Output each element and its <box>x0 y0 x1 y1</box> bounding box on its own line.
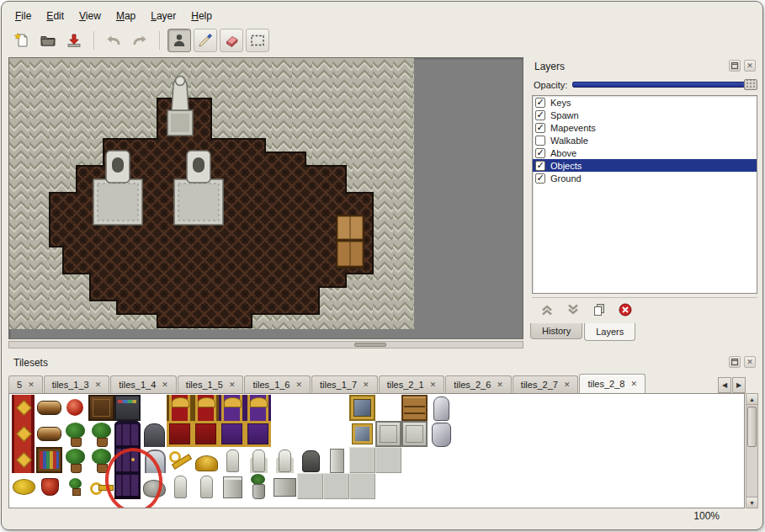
tile-blank[interactable] <box>271 421 297 447</box>
tileset-tab-tiles_2_6[interactable]: tiles_2_6✕ <box>445 375 512 393</box>
tile-statue-white[interactable] <box>193 473 219 499</box>
tab-close-icon[interactable]: ✕ <box>229 380 236 389</box>
menu-item-map[interactable]: Map <box>109 8 142 24</box>
tile-vase-plant[interactable] <box>245 473 271 499</box>
tileset-tab-tiles_1_3[interactable]: tiles_1_3✕ <box>44 375 110 393</box>
layer-visibility-checkbox[interactable]: ✓ <box>535 110 545 120</box>
tileset-tab-tiles_2_1[interactable]: tiles_2_1✕ <box>379 375 445 393</box>
tile-throne-purple-seat[interactable] <box>219 421 245 447</box>
tileset-content[interactable] <box>8 393 745 508</box>
tileset-tab-tiles_1_4[interactable]: tiles_1_4✕ <box>110 375 177 393</box>
tile-banner-red[interactable] <box>10 421 36 447</box>
layer-visibility-checkbox[interactable]: ✓ <box>535 148 545 158</box>
tile-tile-gray[interactable] <box>349 447 375 473</box>
tile-painting[interactable] <box>349 395 375 421</box>
tile-plant[interactable] <box>62 447 88 473</box>
tile-loom[interactable] <box>36 395 62 421</box>
layer-visibility-checkbox[interactable]: ✓ <box>535 173 545 184</box>
tile-cushion[interactable] <box>62 395 88 421</box>
layer-visibility-checkbox[interactable]: ✓ <box>535 123 545 133</box>
tile-blank[interactable] <box>375 473 401 499</box>
close-panel-icon[interactable]: ✕ <box>744 60 756 72</box>
layer-row-above[interactable]: ✓Above <box>533 146 757 159</box>
tile-bananas[interactable] <box>10 473 36 499</box>
tile-arch-dark[interactable] <box>141 421 167 447</box>
layer-row-ground[interactable]: ✓Ground <box>533 172 757 184</box>
tile-plant[interactable] <box>62 421 88 447</box>
tile-tile-gray[interactable] <box>297 473 323 499</box>
tab-close-icon[interactable]: ✕ <box>363 380 369 389</box>
tile-tomb-base[interactable] <box>271 473 297 499</box>
tab-scroll-right-icon[interactable]: ▶ <box>732 377 746 393</box>
tile-throne-purple-seat[interactable] <box>245 421 271 447</box>
tab-close-icon[interactable]: ✕ <box>28 380 35 389</box>
map-horizontal-scrollbar-thumb[interactable] <box>354 343 386 347</box>
delete-layer-button[interactable] <box>616 301 635 319</box>
tile-tile-gray[interactable] <box>323 473 349 499</box>
tile-blank[interactable] <box>401 473 428 499</box>
tile-blank[interactable] <box>141 395 167 421</box>
lower-layer-button[interactable] <box>564 301 582 319</box>
tab-close-icon[interactable]: ✕ <box>95 380 102 389</box>
map-canvas[interactable] <box>9 58 414 329</box>
tile-blank[interactable] <box>323 421 349 447</box>
dock-tab-layers[interactable]: Layers <box>584 323 635 341</box>
open-button[interactable] <box>36 29 60 52</box>
tile-throne-purple[interactable] <box>219 395 245 421</box>
tile-cabinet-dark[interactable] <box>88 395 114 421</box>
layer-row-keys[interactable]: ✓Keys <box>533 96 757 109</box>
tile-angel[interactable] <box>245 447 271 473</box>
save-button[interactable] <box>62 29 86 52</box>
tile-loom[interactable] <box>36 421 62 447</box>
select-tool-button[interactable] <box>246 29 269 52</box>
stamp-tool-button[interactable] <box>167 29 191 52</box>
tile-throne-purple[interactable] <box>245 395 271 421</box>
brush-tool-button[interactable] <box>194 29 217 52</box>
tile-throne-red[interactable] <box>193 395 219 421</box>
layer-visibility-checkbox[interactable]: ✓ <box>535 98 545 108</box>
tile-plant[interactable] <box>88 421 114 447</box>
tileset-vertical-scrollbar[interactable]: ▲ ▼ <box>746 393 758 508</box>
tile-throne-red-seat[interactable] <box>193 421 219 447</box>
tileset-tab-5[interactable]: 5✕ <box>8 375 43 393</box>
tile-armor2[interactable] <box>428 421 454 447</box>
tileset-scrollbar-thumb[interactable] <box>747 407 757 447</box>
tile-blank[interactable] <box>297 395 323 421</box>
tile-plant-small[interactable] <box>62 473 88 499</box>
menu-item-help[interactable]: Help <box>184 8 219 24</box>
layer-visibility-checkbox[interactable]: ✓ <box>535 161 545 171</box>
layer-row-objects[interactable]: ✓Objects <box>533 159 757 172</box>
tile-gold-pile[interactable] <box>193 447 219 473</box>
eraser-tool-button[interactable] <box>220 29 243 52</box>
tile-pot-red[interactable] <box>36 473 62 499</box>
layer-row-spawn[interactable]: ✓Spawn <box>533 109 757 121</box>
map-viewport[interactable] <box>8 57 523 339</box>
tile-throne-red-seat[interactable] <box>167 421 193 447</box>
map-horizontal-scrollbar[interactable] <box>8 341 523 348</box>
tab-close-icon[interactable]: ✕ <box>162 380 168 389</box>
tile-dresser[interactable] <box>401 395 428 421</box>
tab-scroll-left-icon[interactable]: ◀ <box>718 377 731 393</box>
tileset-tab-tiles_2_8[interactable]: tiles_2_8✕ <box>579 374 645 393</box>
tile-gargoyle[interactable] <box>297 447 323 473</box>
duplicate-layer-button[interactable] <box>590 301 608 319</box>
tile-painting2[interactable] <box>349 421 375 447</box>
tile-door-purple-top[interactable] <box>114 421 141 447</box>
tile-statue-white[interactable] <box>219 447 245 473</box>
tile-banner-red[interactable] <box>10 447 36 473</box>
tile-banner-red[interactable] <box>10 395 36 421</box>
tile-blank[interactable] <box>271 395 297 421</box>
tileset-tab-tiles_1_6[interactable]: tiles_1_6✕ <box>244 375 311 393</box>
layer-row-mapevents[interactable]: ✓Mapevents <box>533 121 757 134</box>
tile-pedestal[interactable] <box>219 473 245 499</box>
tab-close-icon[interactable]: ✕ <box>430 380 437 389</box>
tile-armor[interactable] <box>428 395 454 421</box>
redo-button[interactable] <box>128 29 151 52</box>
opacity-slider[interactable] <box>572 79 757 90</box>
tileset-tab-tiles_1_7[interactable]: tiles_1_7✕ <box>311 375 378 393</box>
raise-layer-button[interactable] <box>538 301 556 319</box>
tileset-tab-tiles_1_5[interactable]: tiles_1_5✕ <box>178 375 244 393</box>
tile-blank[interactable] <box>323 395 349 421</box>
tile-blank[interactable] <box>401 447 428 473</box>
scroll-up-icon[interactable]: ▲ <box>746 394 757 405</box>
